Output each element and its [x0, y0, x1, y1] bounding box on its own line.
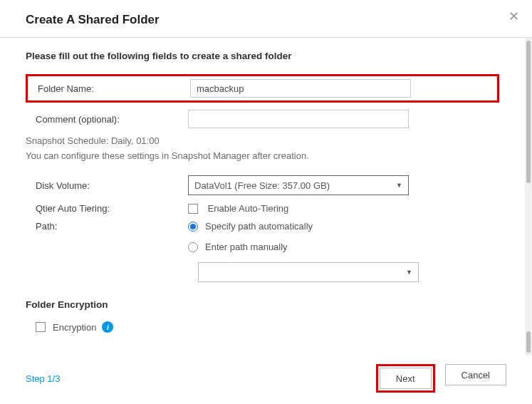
dialog-footer: Step 1/3 Next Cancel — [0, 356, 532, 404]
path-auto-radio[interactable] — [188, 222, 198, 232]
cancel-button[interactable]: Cancel — [445, 364, 506, 385]
encryption-label: Encryption — [53, 322, 96, 333]
path-manual-option: Enter path manually — [188, 242, 499, 252]
chevron-down-icon: ▼ — [406, 269, 412, 276]
scrollbar[interactable] — [525, 38, 532, 356]
next-button-highlight: Next — [376, 364, 435, 393]
auto-tiering-checkbox[interactable] — [188, 204, 198, 214]
snapshot-note-text: You can configure these settings in Snap… — [26, 150, 499, 161]
close-icon[interactable]: ✕ — [508, 10, 519, 23]
disk-volume-label: Disk Volume: — [26, 180, 188, 191]
path-auto-label: Specify path automatically — [205, 221, 313, 232]
qtier-label: Qtier Auto Tiering: — [26, 203, 188, 214]
step-indicator: Step 1/3 — [26, 373, 60, 384]
footer-buttons: Next Cancel — [376, 364, 506, 393]
info-icon[interactable]: i — [102, 321, 113, 333]
qtier-row: Qtier Auto Tiering: Enable Auto-Tiering — [26, 202, 499, 214]
folder-encryption-heading: Folder Encryption — [26, 299, 499, 310]
comment-row: Comment (optional): — [26, 110, 499, 128]
auto-tiering-label: Enable Auto-Tiering — [208, 203, 289, 214]
snapshot-schedule-text: Snapshot Schedule: Daily, 01:00 — [26, 135, 499, 146]
disk-volume-row: Disk Volume: DataVol1 (Free Size: 357.00… — [26, 175, 499, 195]
folder-name-input[interactable] — [190, 79, 411, 98]
path-control: Specify path automatically Enter path ma… — [188, 221, 499, 282]
path-manual-radio[interactable] — [188, 242, 198, 252]
path-label: Path: — [26, 221, 188, 232]
encryption-checkbox[interactable] — [36, 322, 46, 332]
radio-dot-icon — [190, 224, 196, 229]
comment-label: Comment (optional): — [26, 114, 188, 125]
path-row: Path: Specify path automatically Enter p… — [26, 221, 499, 282]
dialog-title: Create A Shared Folder — [26, 13, 506, 27]
folder-name-control — [190, 79, 497, 98]
disk-volume-control: DataVol1 (Free Size: 357.00 GB) ▼ — [188, 175, 499, 195]
comment-control — [188, 110, 499, 128]
dialog-header: Create A Shared Folder ✕ — [0, 0, 532, 38]
folder-name-row: Folder Name: — [26, 74, 499, 103]
content-wrap: Please fill out the following fields to … — [0, 38, 532, 356]
chevron-down-icon: ▼ — [396, 182, 402, 189]
manual-path-select[interactable]: ▼ — [198, 262, 419, 282]
scrollbar-thumb[interactable] — [526, 41, 531, 183]
path-manual-label: Enter path manually — [205, 242, 288, 252]
disk-volume-select[interactable]: DataVol1 (Free Size: 357.00 GB) ▼ — [188, 175, 409, 195]
disk-volume-value: DataVol1 (Free Size: 357.00 GB) — [194, 180, 330, 191]
folder-name-label: Folder Name: — [28, 83, 190, 94]
encryption-row: Encryption i — [26, 321, 499, 333]
comment-input[interactable] — [188, 110, 409, 128]
qtier-control: Enable Auto-Tiering — [188, 202, 499, 214]
next-button[interactable]: Next — [380, 368, 432, 389]
scrollbar-thumb-bottom[interactable] — [526, 331, 531, 353]
path-auto-option: Specify path automatically — [188, 221, 499, 232]
dialog-content: Please fill out the following fields to … — [0, 38, 525, 356]
create-shared-folder-dialog: Create A Shared Folder ✕ Please fill out… — [0, 0, 532, 404]
instructions-text: Please fill out the following fields to … — [26, 51, 499, 61]
